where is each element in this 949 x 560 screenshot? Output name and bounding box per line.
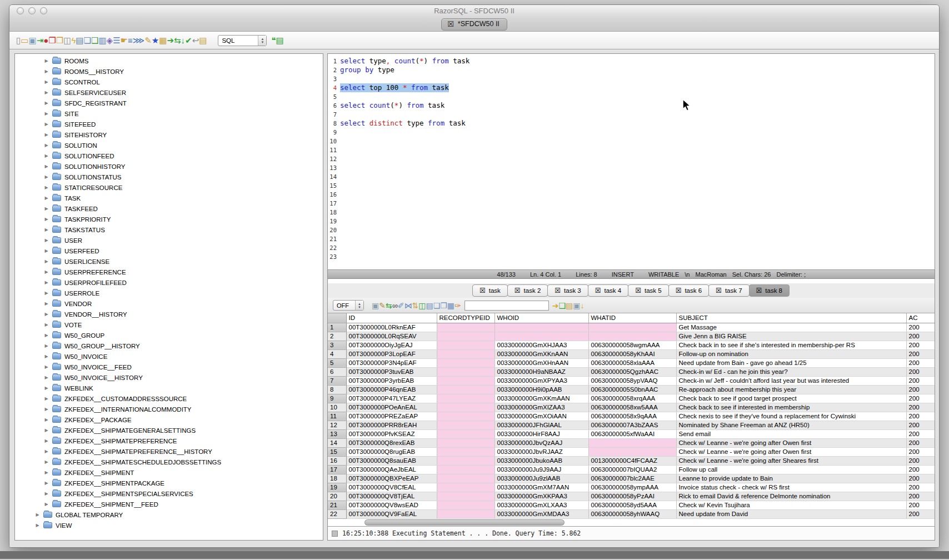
disclosure-triangle-icon[interactable]: ▶ xyxy=(43,248,49,253)
tree-item[interactable]: ▶VENDOR__HISTORY xyxy=(15,309,323,319)
cell-recordtypeid[interactable] xyxy=(437,349,495,358)
disclosure-triangle-icon[interactable]: ▶ xyxy=(43,491,49,496)
close-button[interactable] xyxy=(17,7,24,14)
cell-subject[interactable]: Check w/ Leanne - we're going after Owen… xyxy=(676,438,906,447)
tree-item[interactable]: ▶W50_GROUP__HISTORY xyxy=(15,341,323,351)
disclosure-triangle-icon[interactable]: ▶ xyxy=(43,259,49,264)
cell-whatid[interactable]: 0013000000C4fFCAAZ xyxy=(588,456,676,465)
disclosure-triangle-icon[interactable]: ▶ xyxy=(43,185,49,190)
cell-subject[interactable]: Check back to see if good target prospec… xyxy=(676,394,906,403)
disclosure-triangle-icon[interactable]: ▶ xyxy=(43,438,49,443)
result-tab[interactable]: ☒task 2 xyxy=(507,284,548,297)
cell-ac[interactable]: 200 xyxy=(906,358,935,367)
swap-arrows-icon[interactable]: ⇆ xyxy=(174,36,181,45)
tree-item[interactable]: ▶VENDOR xyxy=(15,298,323,309)
cell-ac[interactable]: 200 xyxy=(906,421,935,429)
document-tab[interactable]: ☒ *SFDCW50 II xyxy=(441,18,507,31)
cell-subject[interactable]: Check-in w/ Jeff - couldn't afford last … xyxy=(676,376,906,385)
disclosure-triangle-icon[interactable]: ▶ xyxy=(43,269,49,274)
cell-subject[interactable]: Check nexis to see if they've found a re… xyxy=(676,412,906,421)
cell-subject[interactable]: Check w/ Kevin Tsujihara xyxy=(676,501,906,509)
disclosure-triangle-icon[interactable]: ▶ xyxy=(43,58,49,63)
cell-recordtypeid[interactable] xyxy=(437,332,495,341)
tree-item[interactable]: ▶VIEW xyxy=(15,520,323,531)
disclosure-triangle-icon[interactable]: ▶ xyxy=(43,481,49,486)
cell-id[interactable]: 00T3000000PfvKSEAZ xyxy=(346,429,437,438)
column-header[interactable]: SUBJECT xyxy=(676,313,906,323)
export-page-icon[interactable]: ❏ xyxy=(84,36,91,45)
code-line[interactable]: 23 xyxy=(328,252,935,261)
cell-whoid[interactable] xyxy=(495,332,588,341)
tree-item[interactable]: ▶USER xyxy=(15,235,323,246)
tree-item[interactable]: ▶USERFEED xyxy=(15,246,323,256)
cell-id[interactable]: 00T3000000P46qnEAB xyxy=(346,385,437,394)
touch-filter-icon[interactable]: ☛ xyxy=(121,36,128,45)
cell-ac[interactable]: 200 xyxy=(906,501,935,509)
disclosure-triangle-icon[interactable]: ▶ xyxy=(43,153,49,158)
cell-recordtypeid[interactable] xyxy=(437,509,495,518)
cell-whatid[interactable] xyxy=(588,323,676,332)
cell-whoid[interactable]: 0033000000Ju9J9AAJ xyxy=(495,465,588,474)
cell-id[interactable]: 00T3000000POeAnEAL xyxy=(346,403,437,412)
cell-whoid[interactable]: 0033000000GmXHnAAN xyxy=(495,358,588,367)
disconnect-icon[interactable]: ● xyxy=(43,36,48,45)
cell-recordtypeid[interactable] xyxy=(437,501,495,509)
cell-recordtypeid[interactable] xyxy=(437,341,495,349)
tree-item[interactable]: ▶SOLUTIONSTATUS xyxy=(15,172,323,182)
disclosure-triangle-icon[interactable]: ▶ xyxy=(43,227,49,232)
cell-subject[interactable]: Invoice status check - check w/ RS first xyxy=(676,483,906,492)
code-line[interactable]: 13 xyxy=(328,163,935,172)
tree-item[interactable]: ▶SOLUTIONHISTORY xyxy=(15,161,323,172)
code-line[interactable]: 11 xyxy=(328,146,935,154)
tree-item[interactable]: ▶SITE xyxy=(15,108,323,119)
cell-ac[interactable]: 200 xyxy=(906,429,935,438)
code-line[interactable]: 9 xyxy=(328,128,935,137)
cell-whoid[interactable]: 0033000000GmXMDAA3 xyxy=(495,509,588,518)
cell-ac[interactable]: 200 xyxy=(906,465,935,474)
cell-whoid[interactable]: 0033000000HirF8AAJ xyxy=(495,429,588,438)
tab-close-icon[interactable]: ☒ xyxy=(555,287,561,294)
column-header[interactable]: RECORDTYPEID xyxy=(437,313,495,323)
tree-item[interactable]: ▶ZKFEDEX__INTERNATIONALCOMMODITY xyxy=(15,404,323,414)
edit-pencil-icon[interactable]: ✎ xyxy=(144,36,152,45)
code-line[interactable]: 20 xyxy=(328,226,935,234)
step-forward-icon[interactable]: ➔ xyxy=(167,36,174,45)
database-icon[interactable]: ◫ xyxy=(63,36,71,45)
tree-item[interactable]: ▶TASKFEED xyxy=(15,203,323,214)
tree-item[interactable]: ▶SCONTROL xyxy=(15,77,323,87)
cell-whatid[interactable]: 006300000058yd5AAA xyxy=(588,501,676,509)
stepper-icon[interactable]: ▲▼ xyxy=(258,36,266,46)
cell-subject[interactable]: Follow-up on nomination xyxy=(676,349,906,358)
cell-whatid[interactable]: 00630000005QgzhAAC xyxy=(588,367,676,376)
download-arrow-icon[interactable]: ↓ xyxy=(580,301,584,310)
export-table-icon[interactable]: ❑ xyxy=(558,301,566,310)
titlebar[interactable]: RazorSQL - SFDCW50 II xyxy=(9,5,939,17)
cell-recordtypeid[interactable] xyxy=(437,465,495,474)
disclosure-triangle-icon[interactable]: ▶ xyxy=(43,79,49,84)
undo-icon[interactable]: ↩ xyxy=(192,36,199,45)
disclosure-triangle-icon[interactable]: ▶ xyxy=(43,343,49,348)
disclosure-triangle-icon[interactable]: ▶ xyxy=(43,333,49,338)
cell-whatid[interactable]: 00630000005xfWaAAI xyxy=(588,429,676,438)
cell-whatid[interactable]: 006300000058wgmAAA xyxy=(588,341,676,349)
tree-item[interactable]: ▶TASKSTATUS xyxy=(15,224,323,235)
cell-whoid[interactable] xyxy=(495,323,588,332)
cell-id[interactable]: 00T3000000PREZaEAP xyxy=(346,412,437,421)
disclosure-triangle-icon[interactable]: ▶ xyxy=(43,122,49,127)
code-line[interactable]: 14 xyxy=(328,172,935,181)
tree-item[interactable]: ▶W50_GROUP xyxy=(15,330,323,341)
cell-recordtypeid[interactable] xyxy=(437,367,495,376)
row-list-icon[interactable]: ▤ xyxy=(276,36,283,45)
cell-subject[interactable]: Check-in w/ Ed - can he join this year? xyxy=(676,367,906,376)
code-line[interactable]: 17 xyxy=(328,199,935,208)
tab-close-icon[interactable]: ☒ xyxy=(480,287,486,294)
scrollbar-thumb[interactable] xyxy=(364,519,565,526)
panel-list-icon[interactable]: ▤ xyxy=(426,301,433,310)
tree-item[interactable]: ▶SITEHISTORY xyxy=(15,129,323,140)
cell-whatid[interactable]: 006300000058yPzAAI xyxy=(588,492,676,501)
code-line[interactable]: 1select type, count(*) from task xyxy=(328,57,935,66)
copy-icon[interactable]: ❐ xyxy=(440,301,447,310)
cell-whoid[interactable]: 0033000000JbvRJAAZ xyxy=(495,447,588,456)
code-line[interactable]: 3 xyxy=(328,74,935,83)
cell-id[interactable]: 00T3000000QV8wsEAD xyxy=(346,501,437,509)
